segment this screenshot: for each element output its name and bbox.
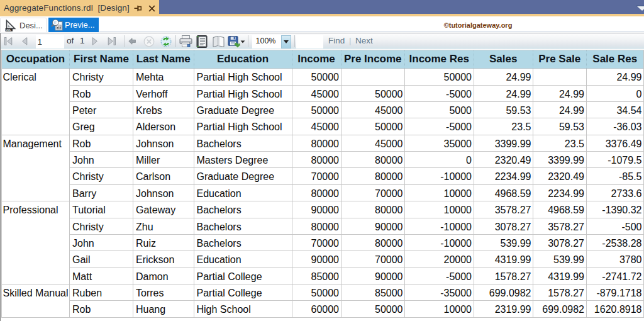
svg-text:UML: UML	[6, 29, 11, 31]
